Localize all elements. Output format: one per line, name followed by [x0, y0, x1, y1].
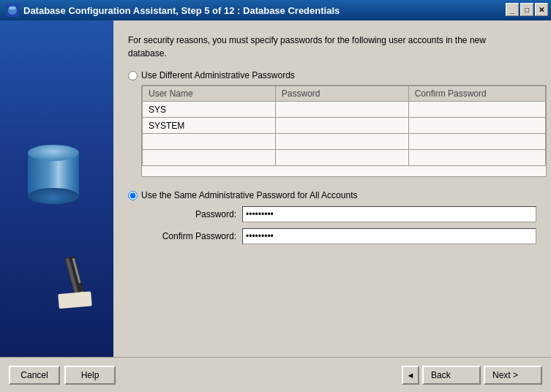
col-username: User Name — [143, 86, 276, 102]
bottom-bar: Cancel Help ◄ Back Next > — [0, 357, 551, 392]
sidebar — [0, 20, 113, 357]
cell-password-system[interactable] — [275, 118, 408, 134]
title-bar: Database Configuration Assistant, Step 5… — [0, 0, 551, 20]
back-arrow-button[interactable]: ◄ — [402, 366, 419, 385]
cell-empty-1 — [143, 134, 276, 150]
cell-username-sys: SYS — [143, 102, 276, 118]
password-fields: Password: Confirm Password: — [141, 206, 536, 244]
navigation-buttons: ◄ Back Next > — [402, 366, 542, 385]
content-area: For security reasons, you must specify p… — [113, 20, 551, 357]
cell-confirm-system[interactable] — [408, 118, 545, 134]
confirm-password-input[interactable] — [242, 228, 536, 244]
cancel-button[interactable]: Cancel — [9, 366, 60, 385]
cell-empty-2 — [275, 134, 408, 150]
window-controls: _ □ ✕ — [506, 3, 548, 16]
cell-username-system: SYSTEM — [143, 118, 276, 134]
minimize-button[interactable]: _ — [506, 3, 519, 16]
password-row: Password: — [141, 206, 536, 222]
password-label: Password: — [141, 209, 236, 219]
same-password-radio-label[interactable]: Use the Same Administrative Password for… — [128, 190, 536, 200]
app-icon — [6, 4, 19, 17]
cell-password-sys[interactable] — [275, 102, 408, 118]
window-title: Database Configuration Assistant, Step 5… — [23, 5, 340, 16]
same-password-radio[interactable] — [128, 191, 138, 200]
user-table-container: User Name Password Confirm Password SYS — [141, 85, 547, 177]
description-text: For security reasons, you must specify p… — [128, 34, 536, 60]
col-confirm: Confirm Password — [408, 86, 545, 102]
confirm-password-row: Confirm Password: — [141, 228, 536, 244]
back-label: Back — [431, 370, 451, 380]
maximize-button[interactable]: □ — [520, 3, 533, 16]
svg-rect-6 — [58, 291, 92, 309]
table-row — [143, 150, 546, 166]
user-table: User Name Password Confirm Password SYS — [142, 86, 546, 166]
next-button[interactable]: Next > — [484, 366, 542, 385]
different-passwords-label: Use Different Administrative Passwords — [141, 70, 295, 80]
different-passwords-radio-label[interactable]: Use Different Administrative Passwords — [128, 70, 536, 80]
same-password-section: Use the Same Administrative Password for… — [128, 190, 536, 250]
password-input[interactable] — [242, 206, 536, 222]
back-button[interactable]: Back — [422, 366, 481, 385]
col-password: Password — [275, 86, 408, 102]
same-password-label: Use the Same Administrative Password for… — [141, 190, 357, 200]
svg-point-1 — [9, 7, 16, 10]
next-label: Next > — [492, 370, 518, 380]
pen-icon — [55, 252, 99, 313]
cell-empty-4 — [143, 150, 276, 166]
confirm-password-label: Confirm Password: — [141, 231, 236, 241]
help-button[interactable]: Help — [64, 366, 116, 385]
different-passwords-section: Use Different Administrative Passwords U… — [128, 70, 536, 177]
different-passwords-radio[interactable] — [128, 71, 138, 80]
cell-empty-6 — [408, 150, 545, 166]
close-button[interactable]: ✕ — [535, 3, 548, 16]
table-row: SYSTEM — [143, 118, 546, 134]
cell-empty-5 — [275, 150, 408, 166]
table-row — [143, 134, 546, 150]
cell-confirm-sys[interactable] — [408, 102, 545, 118]
cell-empty-3 — [408, 134, 545, 150]
table-row: SYS — [143, 102, 546, 118]
